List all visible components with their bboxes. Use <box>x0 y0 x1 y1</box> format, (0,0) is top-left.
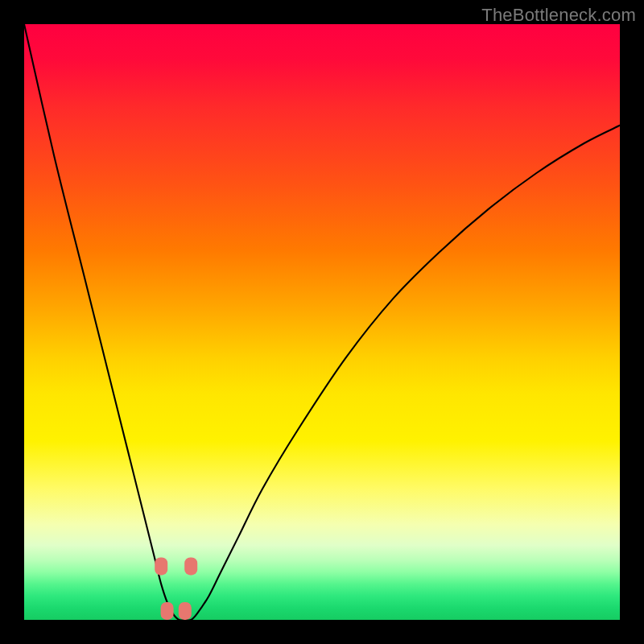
valley-marker <box>161 602 174 620</box>
valley-markers <box>155 557 197 620</box>
watermark-label: TheBottleneck.com <box>481 5 636 26</box>
valley-marker <box>179 602 192 620</box>
plot-area <box>24 24 620 620</box>
curve-layer <box>24 24 620 620</box>
bottleneck-curve <box>24 24 620 621</box>
valley-marker <box>184 557 197 575</box>
valley-marker <box>155 557 167 575</box>
chart-stage: TheBottleneck.com <box>0 0 644 644</box>
